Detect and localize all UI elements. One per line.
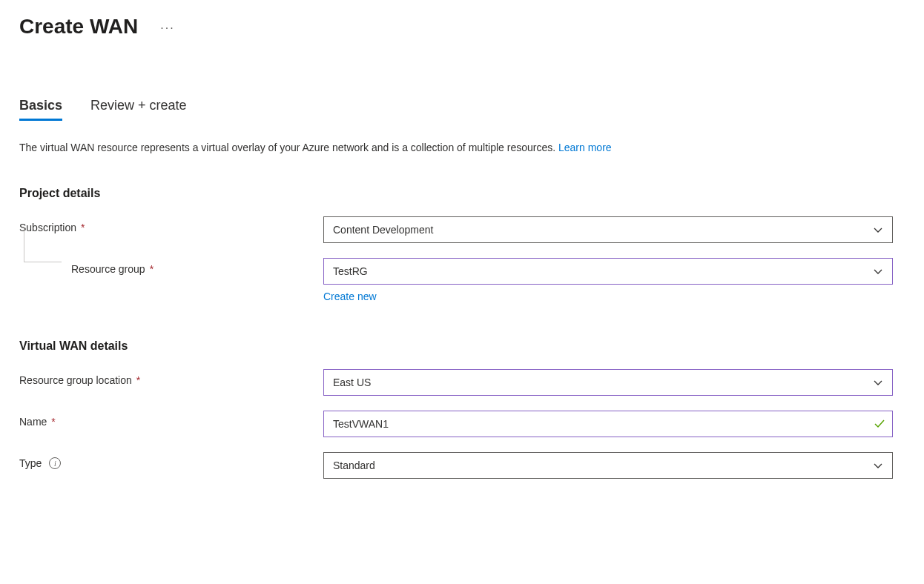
page-header: Create WAN ··· (19, 15, 905, 39)
description-text: The virtual WAN resource represents a vi… (19, 140, 894, 156)
type-dropdown[interactable]: Standard (323, 452, 893, 479)
name-input[interactable] (323, 411, 893, 437)
required-indicator: * (81, 222, 85, 233)
subscription-label: Subscription * (19, 216, 323, 233)
resource-group-value: TestRG (333, 265, 368, 277)
chevron-down-icon (873, 266, 883, 276)
name-label: Name * (19, 411, 323, 428)
required-indicator: * (51, 416, 55, 428)
learn-more-link[interactable]: Learn more (558, 142, 612, 153)
type-label: Type i (19, 452, 323, 469)
tab-review-create[interactable]: Review + create (90, 98, 187, 119)
location-label: Resource group location * (19, 369, 323, 386)
info-icon[interactable]: i (49, 457, 61, 469)
field-name: Name * (19, 411, 905, 437)
location-dropdown[interactable]: East US (323, 369, 893, 396)
chevron-down-icon (873, 460, 883, 471)
page-title: Create WAN (19, 15, 138, 39)
subscription-dropdown[interactable]: Content Development (323, 216, 893, 243)
section-vwan-details: Virtual WAN details (19, 339, 905, 353)
create-new-link[interactable]: Create new (323, 291, 377, 302)
required-indicator: * (136, 374, 140, 386)
more-actions-icon[interactable]: ··· (160, 19, 174, 35)
field-subscription: Subscription * Content Development (19, 216, 905, 243)
subscription-value: Content Development (333, 224, 433, 236)
resource-group-label: Resource group * (19, 258, 323, 275)
field-location: Resource group location * East US (19, 369, 905, 396)
location-value: East US (333, 376, 371, 388)
chevron-down-icon (873, 225, 883, 235)
check-icon (874, 418, 885, 430)
field-type: Type i Standard (19, 452, 905, 479)
tab-basics[interactable]: Basics (19, 98, 62, 119)
field-resource-group: Resource group * TestRG Create new (19, 258, 905, 302)
description-body: The virtual WAN resource represents a vi… (19, 142, 558, 153)
tab-bar: Basics Review + create (19, 98, 905, 119)
chevron-down-icon (873, 377, 883, 388)
section-project-details: Project details (19, 187, 905, 200)
required-indicator: * (150, 263, 154, 275)
resource-group-dropdown[interactable]: TestRG (323, 258, 893, 285)
type-value: Standard (333, 459, 375, 471)
